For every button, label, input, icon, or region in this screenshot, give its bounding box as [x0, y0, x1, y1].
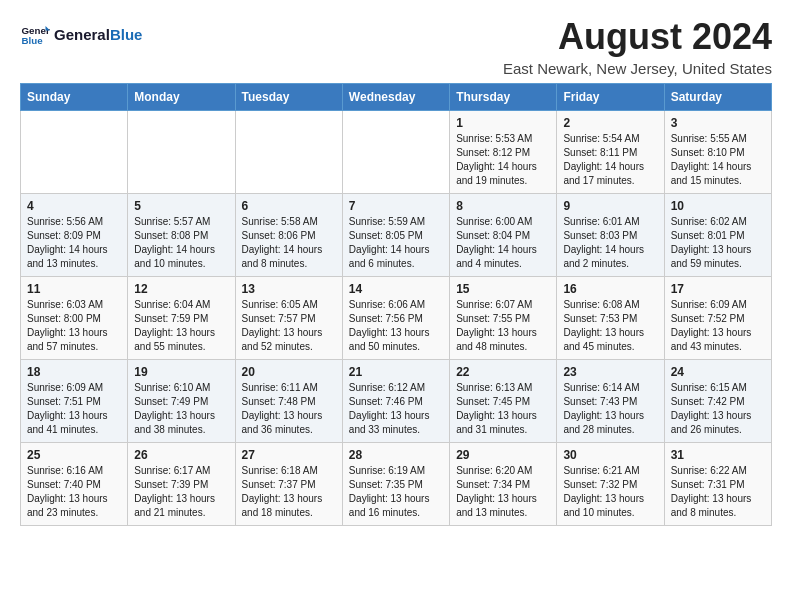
calendar-cell: [342, 111, 449, 194]
calendar-cell: 3Sunrise: 5:55 AM Sunset: 8:10 PM Daylig…: [664, 111, 771, 194]
day-number: 14: [349, 282, 443, 296]
day-info: Sunrise: 5:56 AM Sunset: 8:09 PM Dayligh…: [27, 215, 121, 271]
calendar-cell: 29Sunrise: 6:20 AM Sunset: 7:34 PM Dayli…: [450, 443, 557, 526]
day-info: Sunrise: 6:21 AM Sunset: 7:32 PM Dayligh…: [563, 464, 657, 520]
day-info: Sunrise: 5:57 AM Sunset: 8:08 PM Dayligh…: [134, 215, 228, 271]
day-info: Sunrise: 5:54 AM Sunset: 8:11 PM Dayligh…: [563, 132, 657, 188]
calendar-cell: 12Sunrise: 6:04 AM Sunset: 7:59 PM Dayli…: [128, 277, 235, 360]
calendar-cell: 7Sunrise: 5:59 AM Sunset: 8:05 PM Daylig…: [342, 194, 449, 277]
day-info: Sunrise: 6:22 AM Sunset: 7:31 PM Dayligh…: [671, 464, 765, 520]
calendar-cell: 23Sunrise: 6:14 AM Sunset: 7:43 PM Dayli…: [557, 360, 664, 443]
day-number: 24: [671, 365, 765, 379]
calendar-cell: 4Sunrise: 5:56 AM Sunset: 8:09 PM Daylig…: [21, 194, 128, 277]
sub-title: East Newark, New Jersey, United States: [503, 60, 772, 77]
weekday-header-row: SundayMondayTuesdayWednesdayThursdayFrid…: [21, 84, 772, 111]
weekday-header-tuesday: Tuesday: [235, 84, 342, 111]
day-info: Sunrise: 6:10 AM Sunset: 7:49 PM Dayligh…: [134, 381, 228, 437]
logo-blue: Blue: [110, 26, 143, 43]
logo-general: General: [54, 26, 110, 43]
day-number: 9: [563, 199, 657, 213]
day-info: Sunrise: 6:07 AM Sunset: 7:55 PM Dayligh…: [456, 298, 550, 354]
calendar-cell: 6Sunrise: 5:58 AM Sunset: 8:06 PM Daylig…: [235, 194, 342, 277]
day-number: 29: [456, 448, 550, 462]
calendar-cell: 1Sunrise: 5:53 AM Sunset: 8:12 PM Daylig…: [450, 111, 557, 194]
calendar-cell: 26Sunrise: 6:17 AM Sunset: 7:39 PM Dayli…: [128, 443, 235, 526]
calendar-cell: 2Sunrise: 5:54 AM Sunset: 8:11 PM Daylig…: [557, 111, 664, 194]
day-number: 3: [671, 116, 765, 130]
day-info: Sunrise: 6:00 AM Sunset: 8:04 PM Dayligh…: [456, 215, 550, 271]
calendar-cell: 28Sunrise: 6:19 AM Sunset: 7:35 PM Dayli…: [342, 443, 449, 526]
day-info: Sunrise: 6:06 AM Sunset: 7:56 PM Dayligh…: [349, 298, 443, 354]
day-number: 6: [242, 199, 336, 213]
day-info: Sunrise: 6:12 AM Sunset: 7:46 PM Dayligh…: [349, 381, 443, 437]
weekday-header-thursday: Thursday: [450, 84, 557, 111]
day-info: Sunrise: 6:09 AM Sunset: 7:52 PM Dayligh…: [671, 298, 765, 354]
calendar-cell: 25Sunrise: 6:16 AM Sunset: 7:40 PM Dayli…: [21, 443, 128, 526]
calendar-week-row-5: 25Sunrise: 6:16 AM Sunset: 7:40 PM Dayli…: [21, 443, 772, 526]
calendar-cell: 20Sunrise: 6:11 AM Sunset: 7:48 PM Dayli…: [235, 360, 342, 443]
calendar-week-row-3: 11Sunrise: 6:03 AM Sunset: 8:00 PM Dayli…: [21, 277, 772, 360]
day-number: 7: [349, 199, 443, 213]
calendar-cell: 9Sunrise: 6:01 AM Sunset: 8:03 PM Daylig…: [557, 194, 664, 277]
day-number: 12: [134, 282, 228, 296]
day-number: 30: [563, 448, 657, 462]
calendar-cell: 16Sunrise: 6:08 AM Sunset: 7:53 PM Dayli…: [557, 277, 664, 360]
day-number: 11: [27, 282, 121, 296]
calendar-cell: [235, 111, 342, 194]
day-info: Sunrise: 6:17 AM Sunset: 7:39 PM Dayligh…: [134, 464, 228, 520]
day-info: Sunrise: 5:55 AM Sunset: 8:10 PM Dayligh…: [671, 132, 765, 188]
day-number: 27: [242, 448, 336, 462]
day-info: Sunrise: 6:16 AM Sunset: 7:40 PM Dayligh…: [27, 464, 121, 520]
calendar-cell: 30Sunrise: 6:21 AM Sunset: 7:32 PM Dayli…: [557, 443, 664, 526]
calendar-cell: 11Sunrise: 6:03 AM Sunset: 8:00 PM Dayli…: [21, 277, 128, 360]
header: General Blue GeneralBlue August 2024 Eas…: [20, 16, 772, 77]
day-info: Sunrise: 6:13 AM Sunset: 7:45 PM Dayligh…: [456, 381, 550, 437]
calendar-week-row-4: 18Sunrise: 6:09 AM Sunset: 7:51 PM Dayli…: [21, 360, 772, 443]
logo: General Blue GeneralBlue: [20, 20, 142, 50]
day-info: Sunrise: 6:01 AM Sunset: 8:03 PM Dayligh…: [563, 215, 657, 271]
weekday-header-monday: Monday: [128, 84, 235, 111]
day-info: Sunrise: 6:08 AM Sunset: 7:53 PM Dayligh…: [563, 298, 657, 354]
calendar-cell: 17Sunrise: 6:09 AM Sunset: 7:52 PM Dayli…: [664, 277, 771, 360]
calendar-cell: 22Sunrise: 6:13 AM Sunset: 7:45 PM Dayli…: [450, 360, 557, 443]
day-info: Sunrise: 6:19 AM Sunset: 7:35 PM Dayligh…: [349, 464, 443, 520]
day-info: Sunrise: 5:53 AM Sunset: 8:12 PM Dayligh…: [456, 132, 550, 188]
calendar-cell: 10Sunrise: 6:02 AM Sunset: 8:01 PM Dayli…: [664, 194, 771, 277]
calendar-table: SundayMondayTuesdayWednesdayThursdayFrid…: [20, 83, 772, 526]
main-title: August 2024: [503, 16, 772, 58]
weekday-header-sunday: Sunday: [21, 84, 128, 111]
day-info: Sunrise: 6:20 AM Sunset: 7:34 PM Dayligh…: [456, 464, 550, 520]
calendar-cell: 14Sunrise: 6:06 AM Sunset: 7:56 PM Dayli…: [342, 277, 449, 360]
day-number: 2: [563, 116, 657, 130]
calendar-cell: 5Sunrise: 5:57 AM Sunset: 8:08 PM Daylig…: [128, 194, 235, 277]
calendar-cell: 18Sunrise: 6:09 AM Sunset: 7:51 PM Dayli…: [21, 360, 128, 443]
day-number: 19: [134, 365, 228, 379]
calendar-cell: 27Sunrise: 6:18 AM Sunset: 7:37 PM Dayli…: [235, 443, 342, 526]
day-number: 20: [242, 365, 336, 379]
day-info: Sunrise: 6:09 AM Sunset: 7:51 PM Dayligh…: [27, 381, 121, 437]
calendar-cell: 8Sunrise: 6:00 AM Sunset: 8:04 PM Daylig…: [450, 194, 557, 277]
day-number: 26: [134, 448, 228, 462]
title-block: August 2024 East Newark, New Jersey, Uni…: [503, 16, 772, 77]
day-number: 23: [563, 365, 657, 379]
day-info: Sunrise: 6:04 AM Sunset: 7:59 PM Dayligh…: [134, 298, 228, 354]
day-number: 31: [671, 448, 765, 462]
day-info: Sunrise: 6:18 AM Sunset: 7:37 PM Dayligh…: [242, 464, 336, 520]
day-number: 15: [456, 282, 550, 296]
logo-icon: General Blue: [20, 20, 50, 50]
day-info: Sunrise: 6:02 AM Sunset: 8:01 PM Dayligh…: [671, 215, 765, 271]
day-number: 4: [27, 199, 121, 213]
calendar-cell: 31Sunrise: 6:22 AM Sunset: 7:31 PM Dayli…: [664, 443, 771, 526]
calendar-cell: 15Sunrise: 6:07 AM Sunset: 7:55 PM Dayli…: [450, 277, 557, 360]
svg-text:Blue: Blue: [22, 35, 44, 46]
day-number: 10: [671, 199, 765, 213]
calendar-week-row-2: 4Sunrise: 5:56 AM Sunset: 8:09 PM Daylig…: [21, 194, 772, 277]
calendar-cell: [128, 111, 235, 194]
day-number: 13: [242, 282, 336, 296]
day-info: Sunrise: 6:05 AM Sunset: 7:57 PM Dayligh…: [242, 298, 336, 354]
calendar-week-row-1: 1Sunrise: 5:53 AM Sunset: 8:12 PM Daylig…: [21, 111, 772, 194]
day-info: Sunrise: 5:58 AM Sunset: 8:06 PM Dayligh…: [242, 215, 336, 271]
day-info: Sunrise: 6:15 AM Sunset: 7:42 PM Dayligh…: [671, 381, 765, 437]
calendar-cell: 24Sunrise: 6:15 AM Sunset: 7:42 PM Dayli…: [664, 360, 771, 443]
day-number: 22: [456, 365, 550, 379]
